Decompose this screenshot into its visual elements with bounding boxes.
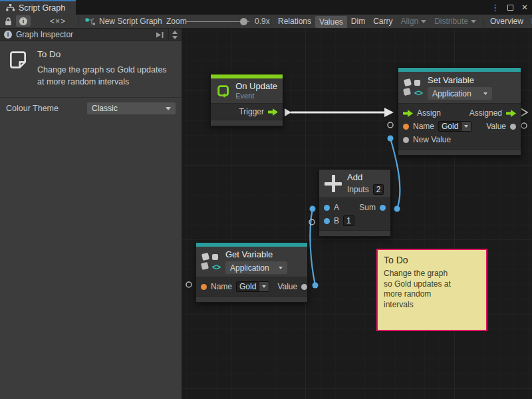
wire-end-arrow-icon: [384, 108, 394, 117]
spinner-up-icon[interactable]: [172, 31, 178, 34]
kebab-menu-icon[interactable]: ⋮: [491, 3, 499, 13]
node-add[interactable]: Add Inputs 2 A Sum B 1: [319, 169, 391, 237]
inspector-header: i Graph Inspector: [0, 29, 182, 41]
zoom-slider-handle[interactable]: [240, 18, 247, 25]
assign-port-label: Assign: [417, 108, 441, 118]
trigger-port-label: Trigger: [239, 107, 264, 116]
variable-scope-dropdown[interactable]: Application: [225, 261, 287, 274]
b-value-field[interactable]: 1: [343, 215, 354, 226]
graph-tab-icon: [6, 4, 15, 12]
colour-theme-value: Classic: [92, 104, 118, 113]
port-connection-dot[interactable]: [388, 136, 394, 142]
value-port-label: Value: [277, 282, 297, 291]
variables-icon: <>: [404, 78, 422, 96]
variable-name-value[interactable]: Gold: [438, 121, 462, 132]
node-title: Set Variable: [428, 75, 492, 86]
graph-breadcrumb[interactable]: New Script Graph: [85, 15, 162, 28]
sticky-note-icon: [7, 49, 29, 70]
variables-icon: <>: [201, 253, 220, 271]
caret-down-icon: [166, 107, 171, 110]
close-icon[interactable]: ✕: [521, 3, 528, 12]
dropdown-button[interactable]: [462, 121, 471, 132]
flow-arrow-icon[interactable]: [506, 110, 516, 117]
colour-theme-label: Colour Theme: [6, 104, 59, 113]
panel-expand-icon[interactable]: [155, 31, 164, 39]
sum-port-label: Sum: [359, 203, 376, 212]
distribute-dropdown: Distribute: [430, 15, 480, 28]
window-controls: ⋮ ✕: [491, 0, 528, 15]
assigned-port-label: Assigned: [469, 108, 502, 118]
variable-name-dropdown[interactable]: Gold: [236, 281, 269, 292]
maximize-icon[interactable]: [507, 5, 513, 11]
value-port-icon[interactable]: [301, 284, 307, 290]
wire-start-arrow-icon: [285, 108, 291, 116]
inspector-title: Graph Inspector: [16, 30, 73, 39]
caret-down-icon: [471, 20, 476, 23]
carry-button[interactable]: Carry: [369, 15, 396, 28]
zoom-slider[interactable]: [186, 21, 249, 22]
port-row-name-value: Name Gold Value: [201, 280, 303, 293]
variable-scope-dropdown[interactable]: Application: [428, 87, 492, 100]
caret-down-icon: [421, 20, 426, 23]
port-row-assign: Assign Assigned: [403, 106, 516, 120]
code-view-icon[interactable]: <×>: [47, 15, 69, 28]
name-port-label: Name: [211, 282, 232, 291]
dropdown-button[interactable]: [259, 281, 269, 292]
b-port-icon[interactable]: [324, 218, 330, 224]
todo-title: To Do: [37, 49, 176, 59]
toolbar-separator: [271, 17, 271, 26]
spinner-down-icon[interactable]: [172, 36, 178, 39]
tab-script-graph[interactable]: Script Graph: [0, 0, 76, 15]
wire-value-to-a: [310, 209, 315, 285]
port-connection-dot[interactable]: [394, 206, 400, 212]
update-loop-icon: [216, 82, 230, 100]
port-connection-dot[interactable]: [310, 206, 316, 212]
inspector-toggle-button[interactable]: i: [16, 15, 31, 27]
todo-summary: To Do Change the graph so Gold updates a…: [0, 41, 182, 98]
flow-arrow-icon[interactable]: [403, 110, 413, 117]
inputs-count-field[interactable]: 2: [373, 184, 384, 195]
empty-flow-port-icon[interactable]: [521, 108, 527, 116]
lock-icon[interactable]: [5, 15, 12, 28]
todo-description: Change the graph so Gold updates at more…: [37, 64, 176, 88]
port-row-a-sum: A Sum: [324, 201, 386, 214]
empty-port-circle-icon[interactable]: [309, 219, 315, 225]
empty-port-circle-icon[interactable]: [521, 123, 527, 128]
toolbar-buttons: Relations Values Dim Carry Align Distrib…: [274, 15, 532, 28]
node-on-update[interactable]: On Update Event Trigger: [210, 74, 283, 126]
relations-button[interactable]: Relations: [274, 15, 315, 28]
info-icon: i: [19, 17, 27, 25]
sticky-note-title: To Do: [384, 255, 480, 265]
empty-port-circle-icon[interactable]: [186, 282, 192, 287]
new-value-port-icon[interactable]: [403, 137, 409, 143]
node-footer: [211, 120, 283, 126]
port-connection-dot[interactable]: [313, 283, 319, 289]
name-port-icon[interactable]: [201, 284, 207, 290]
fullscreen-button[interactable]: Full Screen: [527, 15, 532, 28]
variable-name-dropdown[interactable]: Gold: [438, 121, 471, 132]
node-title: On Update: [235, 81, 277, 92]
sticky-note[interactable]: To Do Change the graph so Gold updates a…: [376, 249, 487, 331]
colour-theme-dropdown[interactable]: Classic: [87, 102, 176, 114]
port-row-b: B 1: [324, 214, 386, 227]
dim-button[interactable]: Dim: [347, 15, 369, 28]
titlebar: Script Graph ⋮ ✕: [0, 0, 532, 15]
sticky-note-body: Change the graph so Gold updates at more…: [384, 269, 456, 310]
caret-down-icon: [483, 92, 487, 95]
graph-canvas[interactable]: On Update Event Trigger <> Set Variable: [182, 29, 532, 399]
node-set-variable[interactable]: <> Set Variable Application Assign Assig…: [398, 67, 521, 156]
values-button[interactable]: Values: [315, 16, 347, 28]
tab-title: Script Graph: [19, 3, 65, 13]
value-port-icon[interactable]: [510, 124, 516, 130]
overview-button[interactable]: Overview: [486, 15, 527, 28]
variable-name-value[interactable]: Gold: [236, 281, 259, 292]
a-port-icon[interactable]: [324, 205, 330, 211]
flow-arrow-icon[interactable]: [268, 108, 278, 116]
empty-port-circle-icon[interactable]: [388, 122, 393, 128]
scope-value: Application: [230, 263, 269, 273]
zoom-value: 0.9x: [255, 15, 270, 28]
sum-port-icon[interactable]: [380, 205, 386, 211]
name-port-icon[interactable]: [403, 124, 409, 130]
toolbar-separator: [483, 18, 483, 27]
node-get-variable[interactable]: <> Get Variable Application Name Gold Va…: [196, 242, 308, 303]
